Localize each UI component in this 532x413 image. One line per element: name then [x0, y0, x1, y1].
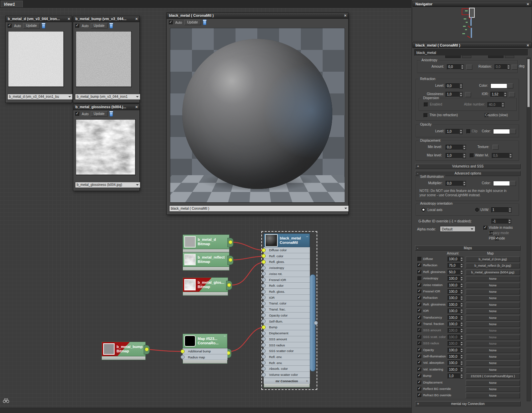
texture-window-b-metal-glossiness[interactable]: b_metal_glossiness (b004.j... ✕ Auto Upd… — [73, 104, 140, 191]
expand-icon[interactable]: + — [306, 378, 308, 384]
maps-map-button[interactable]: None — [466, 348, 520, 353]
slot-radius-map[interactable]: Radius map — [183, 354, 227, 360]
slot-socket[interactable] — [181, 349, 185, 353]
node-b-metal-reflect[interactable]: b_metal_reflectBitmap — [183, 252, 229, 271]
maps-checkbox[interactable] — [417, 296, 422, 300]
corona-slot-refl-color[interactable]: Refl. color — [264, 253, 310, 259]
corona-slot-refr-color[interactable]: Refr. color — [264, 283, 310, 289]
maps-amount-field[interactable]: 100,0 — [448, 335, 460, 340]
window-titlebar[interactable]: b_metal_d (vm_v3_044_iron... ✕ — [6, 16, 72, 22]
maps-amount-field[interactable]: 1,0 — [448, 373, 460, 379]
spinner[interactable] — [508, 219, 511, 224]
maps-checkbox[interactable] — [417, 289, 422, 294]
spinner[interactable] — [459, 129, 463, 134]
maps-checkbox[interactable] — [417, 316, 422, 320]
refraction-level-field[interactable]: 0,0 — [446, 83, 460, 89]
update-button[interactable]: Update — [184, 20, 201, 25]
maps-checkbox[interactable] — [417, 309, 422, 313]
maps-map-button[interactable]: None — [466, 335, 520, 340]
visible-in-masks-checkbox[interactable] — [483, 226, 488, 230]
params-scrollbar[interactable] — [527, 58, 531, 401]
close-icon[interactable]: ✕ — [344, 13, 347, 18]
slot-socket[interactable] — [262, 331, 266, 335]
maps-checkbox[interactable] — [417, 335, 422, 339]
anisotropy-rotation-field[interactable]: 0,0 — [494, 64, 507, 70]
map-shortcut-button[interactable] — [510, 129, 516, 134]
texture-window-b-metal-bump[interactable]: b_metal_bump (vm_v3_044... ✕ Auto Update… — [73, 16, 140, 103]
abbe-number-field[interactable]: 40,0 — [487, 102, 502, 108]
opacity-level-field[interactable]: 1,0 — [446, 129, 460, 134]
spinner[interactable] — [460, 263, 463, 268]
auto-checkbox[interactable] — [75, 24, 80, 28]
maps-map-button[interactable]: b_metal_d (iron.jpg) — [466, 257, 520, 262]
maps-amount-field[interactable]: 100,0 — [448, 341, 460, 346]
auto-checkbox[interactable] — [8, 24, 12, 28]
maps-checkbox[interactable] — [417, 348, 422, 352]
maps-checkbox[interactable] — [417, 381, 422, 385]
bottom-scroll-strip[interactable] — [0, 408, 411, 413]
rollout-mental-ray[interactable]: +mental ray Connection — [415, 401, 521, 406]
spinner[interactable] — [460, 308, 463, 314]
spinner[interactable] — [460, 367, 463, 372]
maps-amount-field[interactable]: 100,0 — [448, 315, 460, 321]
refraction-ior-field[interactable]: 1,52 — [490, 92, 504, 97]
maps-amount-field[interactable]: 100,0 — [448, 295, 460, 301]
slot-socket[interactable] — [262, 361, 266, 365]
tab-view1[interactable]: View1 — [1, 1, 23, 7]
corona-slot-sss-amount[interactable]: SSS amount — [264, 336, 310, 342]
displacement-min-field[interactable]: 0,0 — [446, 145, 463, 150]
maps-amount-field[interactable]: 100,0 — [448, 276, 460, 281]
spinner[interactable] — [459, 92, 463, 97]
node-corona-mtl[interactable]: black_metalCoronaMtl − Diffuse colorRefl… — [264, 233, 310, 388]
maps-checkbox[interactable] — [417, 387, 422, 391]
maps-map-button[interactable]: None — [466, 289, 520, 294]
slot-socket[interactable] — [262, 290, 266, 294]
slot-socket[interactable] — [262, 254, 266, 258]
maps-checkbox[interactable] — [417, 341, 422, 346]
corona-slot-bump[interactable]: Bump — [264, 324, 310, 330]
maps-checkbox[interactable] — [417, 302, 422, 307]
maps-amount-field[interactable]: 75,0 — [448, 263, 460, 268]
corona-slot-diffuse-color[interactable]: Diffuse color — [264, 247, 310, 253]
corona-slot-refr-gloss-[interactable]: Refr. gloss. — [264, 289, 310, 295]
show-end-result-icon[interactable] — [42, 23, 45, 28]
corona-slot-transl-color[interactable]: Transl. color — [264, 300, 310, 306]
slot-socket[interactable] — [262, 319, 266, 323]
mr-connection-row[interactable]: mr Connection+ — [264, 378, 310, 384]
corona-slot-sss-scatter-color[interactable]: SSS scatter color — [264, 348, 310, 354]
maps-map-button[interactable]: None — [466, 367, 520, 372]
maps-map-button[interactable]: None — [466, 283, 520, 288]
maps-amount-field[interactable]: 100,0 — [448, 348, 460, 353]
maps-amount-field[interactable]: 100,0 — [448, 354, 460, 359]
map-shortcut-button[interactable] — [510, 181, 516, 186]
collapse-icon[interactable]: − — [224, 334, 226, 338]
slot-socket[interactable] — [262, 266, 266, 270]
output-socket[interactable] — [227, 256, 234, 265]
maps-map-button[interactable]: None — [466, 387, 520, 392]
uvw-radio[interactable] — [475, 208, 479, 212]
rollout-maps[interactable]: -Maps — [415, 246, 521, 251]
slot-socket[interactable] — [262, 343, 266, 347]
spinner[interactable] — [501, 102, 505, 108]
maps-map-button[interactable]: None — [466, 341, 520, 346]
window-titlebar[interactable]: b_metal_bump (vm_v3_044... ✕ — [73, 16, 139, 22]
node-selector-dropdown[interactable]: b_metal_glossiness (b004.jpg) — [75, 182, 140, 188]
slot-socket[interactable] — [262, 295, 266, 299]
corona-slot-absorb-color[interactable]: Absorb. color — [264, 366, 310, 372]
auto-checkbox[interactable] — [169, 20, 173, 25]
corona-slot-refr-env-[interactable]: Refr. env. — [264, 360, 310, 366]
spinner[interactable] — [460, 257, 463, 262]
maps-checkbox[interactable] — [417, 270, 422, 274]
show-end-result-icon[interactable] — [110, 23, 113, 28]
update-button[interactable]: Update — [23, 23, 40, 28]
maps-checkbox[interactable] — [417, 367, 422, 372]
maps-map-button[interactable]: b_metal_reflect (b_Dr.jpg) — [466, 263, 520, 268]
window-titlebar[interactable]: b_metal_glossiness (b004.j... ✕ — [73, 104, 139, 110]
maps-checkbox[interactable] — [417, 328, 422, 333]
corona-slot-ior[interactable]: IOR — [264, 295, 310, 301]
spinner[interactable] — [507, 64, 510, 70]
maps-map-button[interactable]: None — [466, 276, 520, 281]
slot-socket[interactable] — [262, 313, 266, 317]
slot-socket[interactable] — [262, 278, 266, 282]
corona-slot-refl-gloss-[interactable]: Refl. gloss. — [264, 259, 310, 265]
